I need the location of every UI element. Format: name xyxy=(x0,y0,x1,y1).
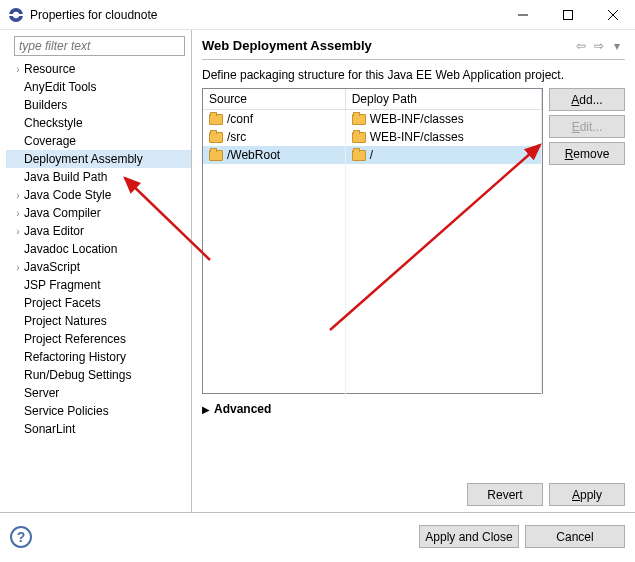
tree-item[interactable]: Service Policies xyxy=(6,402,191,420)
tree-item[interactable]: AnyEdit Tools xyxy=(6,78,191,96)
details-pane: Web Deployment Assembly ⇦ ⇨ ▾ Define pac… xyxy=(192,30,635,512)
tree-item[interactable]: ›Java Compiler xyxy=(6,204,191,222)
page-nav-icons: ⇦ ⇨ ▾ xyxy=(573,39,625,53)
svg-rect-4 xyxy=(563,10,572,19)
folder-icon xyxy=(209,150,223,161)
revert-button[interactable]: Revert xyxy=(467,483,543,506)
table-row[interactable]: /WebRoot/ xyxy=(203,146,542,164)
tree-item[interactable]: Server xyxy=(6,384,191,402)
tree-item[interactable]: Coverage xyxy=(6,132,191,150)
edit-button: Edit... xyxy=(549,115,625,138)
tree-item[interactable]: Project Natures xyxy=(6,312,191,330)
tree-item[interactable]: Javadoc Location xyxy=(6,240,191,258)
table-row[interactable]: /confWEB-INF/classes xyxy=(203,110,542,128)
page-title: Web Deployment Assembly xyxy=(202,38,573,53)
tree-item[interactable]: Project References xyxy=(6,330,191,348)
forward-icon[interactable]: ⇨ xyxy=(591,39,607,53)
expand-icon: ▶ xyxy=(202,404,210,415)
tree-item[interactable]: ›Java Editor xyxy=(6,222,191,240)
folder-icon xyxy=(352,150,366,161)
remove-button[interactable]: Remove xyxy=(549,142,625,165)
tree-item[interactable]: Refactoring History xyxy=(6,348,191,366)
tree-item[interactable]: JSP Fragment xyxy=(6,276,191,294)
window-title: Properties for cloudnote xyxy=(30,8,500,22)
cancel-button[interactable]: Cancel xyxy=(525,525,625,548)
tree-item[interactable]: Project Facets xyxy=(6,294,191,312)
folder-icon xyxy=(352,114,366,125)
minimize-button[interactable] xyxy=(500,0,545,29)
app-icon xyxy=(8,7,24,23)
folder-icon xyxy=(209,132,223,143)
tree-item[interactable]: ›Resource xyxy=(6,60,191,78)
advanced-section[interactable]: ▶ Advanced xyxy=(202,402,625,416)
svg-rect-2 xyxy=(9,14,23,16)
folder-icon xyxy=(209,114,223,125)
menu-icon[interactable]: ▾ xyxy=(609,39,625,53)
apply-button[interactable]: Apply xyxy=(549,483,625,506)
col-deploy[interactable]: Deploy Path xyxy=(345,89,541,110)
filter-input[interactable] xyxy=(14,36,185,56)
tree-item[interactable]: ›Java Code Style xyxy=(6,186,191,204)
tree-item[interactable]: Checkstyle xyxy=(6,114,191,132)
dialog-footer: ? Apply and Close Cancel xyxy=(0,512,635,560)
tree-item[interactable]: Java Build Path xyxy=(6,168,191,186)
tree-item[interactable]: Run/Debug Settings xyxy=(6,366,191,384)
tree-item[interactable]: ›JavaScript xyxy=(6,258,191,276)
category-tree-pane: ›ResourceAnyEdit ToolsBuildersCheckstyle… xyxy=(0,30,192,512)
assembly-table[interactable]: Source Deploy Path /confWEB-INF/classes/… xyxy=(202,88,543,394)
titlebar: Properties for cloudnote xyxy=(0,0,635,30)
table-row[interactable]: /srcWEB-INF/classes xyxy=(203,128,542,146)
help-icon[interactable]: ? xyxy=(10,526,32,548)
tree-item[interactable]: Deployment Assembly xyxy=(6,150,191,168)
folder-icon xyxy=(352,132,366,143)
back-icon[interactable]: ⇦ xyxy=(573,39,589,53)
col-source[interactable]: Source xyxy=(203,89,345,110)
tree-item[interactable]: Builders xyxy=(6,96,191,114)
add-button[interactable]: Add... xyxy=(549,88,625,111)
close-button[interactable] xyxy=(590,0,635,29)
maximize-button[interactable] xyxy=(545,0,590,29)
page-description: Define packaging structure for this Java… xyxy=(202,68,625,82)
apply-close-button[interactable]: Apply and Close xyxy=(419,525,519,548)
category-tree[interactable]: ›ResourceAnyEdit ToolsBuildersCheckstyle… xyxy=(6,60,191,512)
tree-item[interactable]: SonarLint xyxy=(6,420,191,438)
